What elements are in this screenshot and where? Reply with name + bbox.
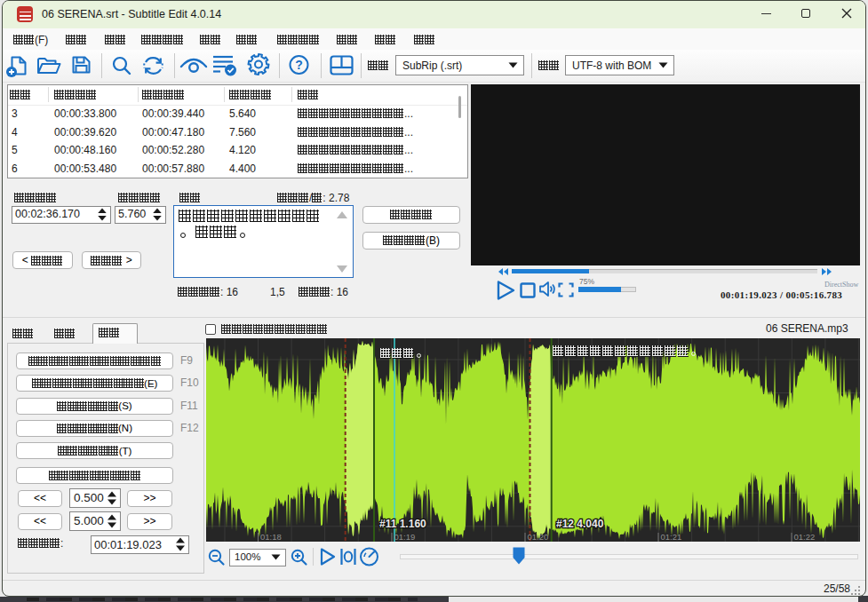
svg-text:01:19: 01:19 bbox=[394, 532, 416, 542]
svg-text:01:22: 01:22 bbox=[794, 532, 816, 542]
svg-text:01:20: 01:20 bbox=[528, 532, 549, 542]
svg-text:01:21: 01:21 bbox=[661, 532, 682, 542]
svg-text:01:18: 01:18 bbox=[260, 532, 282, 542]
svg-text:#12 4.040: #12 4.040 bbox=[556, 518, 604, 530]
svg-text:#11 1.160: #11 1.160 bbox=[379, 518, 426, 530]
svg-text:?: ? bbox=[295, 58, 303, 72]
